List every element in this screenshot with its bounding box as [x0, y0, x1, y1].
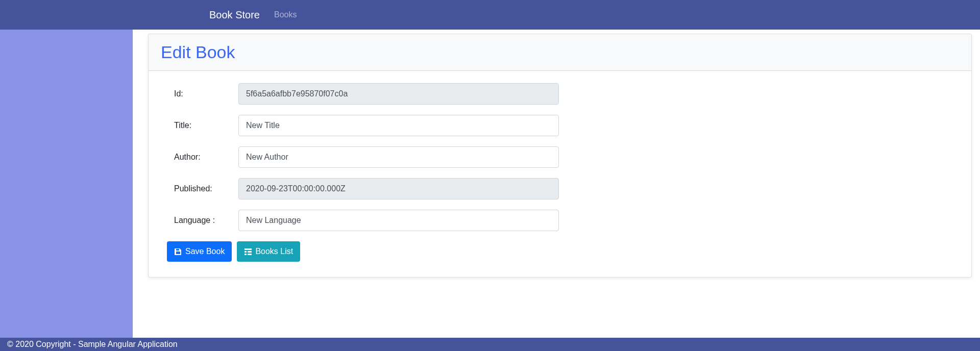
- footer: © 2020 Copyright - Sample Angular Applic…: [0, 338, 980, 351]
- label-published: Published:: [167, 184, 238, 193]
- nav-link-books[interactable]: Books: [270, 8, 301, 21]
- input-author[interactable]: [238, 146, 559, 168]
- row-published: Published:: [167, 178, 953, 199]
- table-icon: [244, 247, 252, 256]
- books-list-button-label: Books List: [255, 247, 293, 256]
- input-id: [238, 83, 559, 105]
- input-published: [238, 178, 559, 199]
- brand-link[interactable]: Book Store: [209, 9, 260, 21]
- navbar-inner: Book Store Books: [97, 8, 883, 21]
- label-id: Id:: [167, 89, 238, 98]
- input-language[interactable]: [238, 210, 559, 231]
- save-button[interactable]: Save Book: [167, 241, 232, 262]
- card-header: Edit Book: [149, 34, 971, 71]
- row-author: Author:: [167, 146, 953, 168]
- content: Edit Book Id: Title: Author: Published:: [133, 30, 980, 338]
- footer-text: © 2020 Copyright - Sample Angular Applic…: [7, 340, 178, 348]
- page-title: Edit Book: [161, 42, 959, 62]
- row-id: Id:: [167, 83, 953, 105]
- card-body: Id: Title: Author: Published: Language :: [149, 71, 971, 277]
- save-button-label: Save Book: [185, 247, 225, 256]
- books-list-button[interactable]: Books List: [237, 241, 300, 262]
- card: Edit Book Id: Title: Author: Published:: [148, 34, 972, 278]
- main-wrap: Edit Book Id: Title: Author: Published:: [0, 30, 980, 338]
- input-title[interactable]: [238, 115, 559, 136]
- save-icon: [174, 247, 182, 256]
- label-author: Author:: [167, 153, 238, 162]
- row-title: Title:: [167, 115, 953, 136]
- sidebar: [0, 30, 133, 338]
- row-language: Language :: [167, 210, 953, 231]
- navbar: Book Store Books: [0, 0, 980, 30]
- button-row: Save Book Books List: [167, 241, 953, 262]
- label-title: Title:: [167, 121, 238, 130]
- label-language: Language :: [167, 216, 238, 225]
